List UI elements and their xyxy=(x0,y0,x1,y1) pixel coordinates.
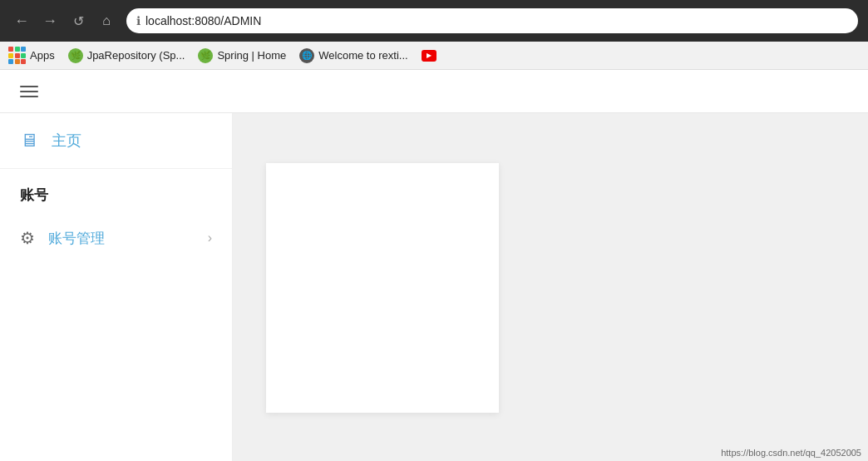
sidebar-section-account: 账号 xyxy=(0,169,232,213)
globe-icon: 🌐 xyxy=(299,48,314,63)
hamburger-line-3 xyxy=(20,96,38,97)
status-bar: https://blog.csdn.net/qq_42052005 xyxy=(714,444,868,461)
status-url: https://blog.csdn.net/qq_42052005 xyxy=(721,448,861,458)
bookmark-spring-home[interactable]: 🌿 Spring | Home xyxy=(198,48,286,63)
sidebar: 🖥 主页 账号 ⚙ 账号管理 › xyxy=(0,113,233,461)
toolbar-row xyxy=(0,70,868,113)
apps-grid-icon xyxy=(8,47,26,64)
bookmark-apps-label: Apps xyxy=(30,49,55,62)
reload-button[interactable]: ↺ xyxy=(67,13,90,29)
back-button[interactable]: ← xyxy=(10,12,33,30)
bookmark-jpa-label: JpaRepository (Sp... xyxy=(87,49,185,62)
bookmark-spring-home-label: Spring | Home xyxy=(217,49,286,62)
bookmarks-bar: Apps 🌿 JpaRepository (Sp... 🌿 Spring | H… xyxy=(0,42,868,70)
sidebar-item-account-management[interactable]: ⚙ 账号管理 › xyxy=(0,213,232,263)
address-bar[interactable]: ℹ localhost:8080/ADMIN xyxy=(126,8,858,33)
spring-icon-jpa: 🌿 xyxy=(68,48,83,63)
hamburger-line-1 xyxy=(20,86,38,87)
home-label: 主页 xyxy=(52,131,81,151)
account-management-label: 账号管理 xyxy=(48,229,195,248)
page: 🖥 主页 账号 ⚙ 账号管理 › xyxy=(0,70,868,461)
gear-icon: ⚙ xyxy=(20,228,35,248)
home-icon: 🖥 xyxy=(20,130,38,151)
sidebar-item-home[interactable]: 🖥 主页 xyxy=(0,113,232,169)
url-text: localhost:8080/ADMIN xyxy=(145,14,261,27)
main-layout: 🖥 主页 账号 ⚙ 账号管理 › xyxy=(0,113,868,461)
bookmark-welcome-label: Welcome to rexti... xyxy=(318,49,407,62)
youtube-icon: ▶ xyxy=(422,50,436,62)
content-area xyxy=(233,113,868,461)
home-button[interactable]: ⌂ xyxy=(95,13,118,28)
forward-button[interactable]: → xyxy=(38,12,62,30)
chevron-right-icon: › xyxy=(208,230,212,245)
browser-chrome: ← → ↺ ⌂ ℹ localhost:8080/ADMIN xyxy=(0,0,868,42)
nav-buttons: ← → ↺ ⌂ xyxy=(10,12,118,30)
hamburger-line-2 xyxy=(20,91,38,92)
hamburger-menu-button[interactable] xyxy=(17,82,42,101)
spring-icon-home: 🌿 xyxy=(198,48,213,63)
bookmark-jpa[interactable]: 🌿 JpaRepository (Sp... xyxy=(68,48,185,63)
bookmark-welcome[interactable]: 🌐 Welcome to rexti... xyxy=(299,48,407,63)
info-icon: ℹ xyxy=(136,14,141,27)
bookmark-youtube[interactable]: ▶ xyxy=(422,50,436,62)
content-inner-panel xyxy=(266,163,499,413)
bookmark-apps[interactable]: Apps xyxy=(8,47,55,64)
